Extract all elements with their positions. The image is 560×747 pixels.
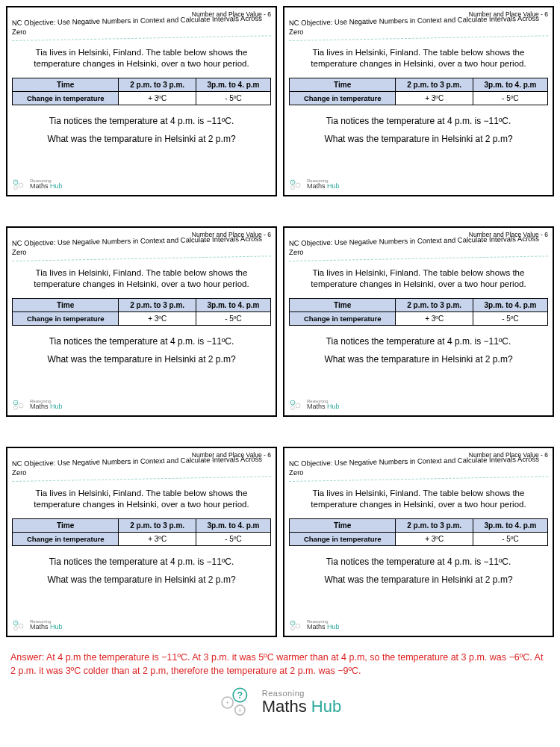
footer-logo: ? + × Reasoning Maths Hub <box>6 685 554 719</box>
th-time: Time <box>13 78 119 91</box>
logo-icon: ? <box>12 619 27 631</box>
val2: - 5ºC <box>196 91 270 105</box>
worksheet-card: Number and Place Value - 6 NC Objective:… <box>6 447 277 637</box>
card-row-3: Number and Place Value - 6 NC Objective:… <box>6 447 554 637</box>
logo-text: ReasoningMaths Hub <box>30 179 63 190</box>
svg-point-18 <box>19 624 23 628</box>
observation-line: Tia notices the temperature at 4 p.m. is… <box>289 116 548 126</box>
logo-icon: ? <box>12 399 27 411</box>
worksheet-card: Number and Place Value - 6 NC Objective:… <box>6 6 277 196</box>
svg-point-10 <box>19 403 23 408</box>
svg-text:×: × <box>238 707 242 714</box>
svg-point-19 <box>14 627 18 630</box>
svg-text:?: ? <box>15 181 17 185</box>
intro-text: Tia lives in Helsinki, Finland. The tabl… <box>12 47 271 70</box>
brand-logo-small: ? ReasoningMaths Hub <box>289 179 548 190</box>
th-col2: 3p.m. to 4. p.m <box>196 78 270 91</box>
svg-text:?: ? <box>15 401 17 405</box>
svg-text:?: ? <box>15 622 17 625</box>
svg-text:?: ? <box>237 690 243 701</box>
temperature-table: Time2 p.m. to 3 p.m.3p.m. to 4. p.m Chan… <box>289 78 548 105</box>
svg-point-14 <box>296 403 300 408</box>
svg-text:?: ? <box>292 181 294 185</box>
logo-icon-large: ? + × <box>219 685 256 719</box>
intro-text: Tia lives in Helsinki, Finland. The tabl… <box>289 47 548 70</box>
card-row-1: Number and Place Value - 6 NC Objective:… <box>6 6 554 196</box>
answer-text: Answer: At 4 p.m the temperature is −11º… <box>10 651 550 678</box>
logo-icon: ? <box>12 179 27 190</box>
logo-icon: ? <box>289 619 304 631</box>
svg-point-3 <box>14 186 18 190</box>
svg-text:?: ? <box>292 622 294 625</box>
row-label: Change in temperature <box>13 91 119 105</box>
question-line: What was the temparature in Helsinki at … <box>289 134 548 144</box>
worksheet-card: Number and Place Value - 6 NC Objective:… <box>6 226 277 417</box>
svg-point-7 <box>291 186 295 190</box>
logo-icon: ? <box>289 179 304 190</box>
svg-text:?: ? <box>292 401 294 405</box>
svg-text:+: + <box>225 699 229 707</box>
question-line: What was the temparature in Helsinki at … <box>12 134 271 144</box>
worksheet-card: Number and Place Value - 6 NC Objective:… <box>283 226 554 417</box>
svg-point-23 <box>291 627 295 630</box>
temperature-table: Time 2 p.m. to 3 p.m. 3p.m. to 4. p.m Ch… <box>12 78 271 105</box>
th-col1: 2 p.m. to 3 p.m. <box>119 78 196 91</box>
worksheet-card: Number and Place Value - 6 NC Objective:… <box>283 6 554 196</box>
svg-point-15 <box>291 406 295 410</box>
observation-line: Tia notices the temperature at 4 p.m. is… <box>12 116 271 126</box>
val1: + 3ºC <box>119 91 196 105</box>
svg-point-22 <box>296 624 300 628</box>
svg-point-11 <box>14 406 18 410</box>
brand-logo-small: ? ReasoningMaths Hub <box>12 179 271 190</box>
logo-icon: ? <box>289 399 304 411</box>
svg-point-6 <box>296 183 300 187</box>
svg-point-2 <box>19 183 23 187</box>
worksheet-grid: Number and Place Value - 6 NC Objective:… <box>6 6 554 637</box>
nc-objective: NC Objective: Use Negative Numbers in Co… <box>12 13 272 40</box>
nc-objective: NC Objective: Use Negative Numbers in Co… <box>289 13 549 40</box>
card-row-2: Number and Place Value - 6 NC Objective:… <box>6 226 554 417</box>
worksheet-card: Number and Place Value - 6 NC Objective:… <box>283 447 554 637</box>
footer-logo-text: Reasoning Maths Hub <box>262 689 341 716</box>
